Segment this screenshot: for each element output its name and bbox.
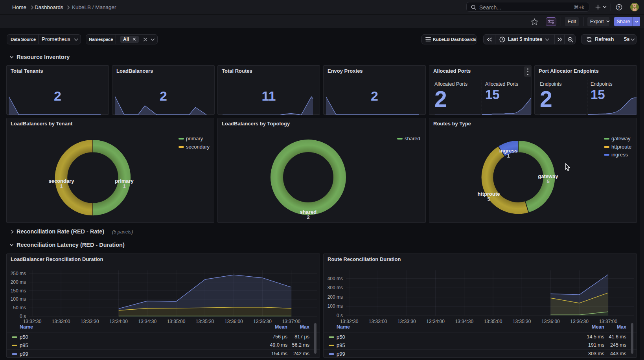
svg-text:150 ms: 150 ms [11,288,26,294]
svg-text:2: 2 [307,214,309,220]
svg-text:13:37:00: 13:37:00 [599,319,617,324]
svg-text:100 ms: 100 ms [328,303,343,309]
svg-text:13:33:30: 13:33:30 [397,319,416,324]
svg-text:50 ms: 50 ms [13,305,26,310]
svg-text:13:37:00: 13:37:00 [282,319,300,324]
svg-text:13:33:30: 13:33:30 [81,319,99,324]
svg-text:200 ms: 200 ms [11,279,26,285]
svg-text:13:36:00: 13:36:00 [224,319,243,324]
svg-text:13:33:00: 13:33:00 [369,319,387,324]
svg-text:13:35:30: 13:35:30 [513,319,531,324]
svg-text:13:34:00: 13:34:00 [426,319,445,324]
svg-text:5: 5 [546,178,549,184]
svg-text:13:32:30: 13:32:30 [23,319,42,324]
svg-text:13:36:00: 13:36:00 [541,319,560,324]
svg-text:1: 1 [507,153,510,159]
svg-text:13:36:30: 13:36:30 [253,319,272,324]
svg-text:13:34:30: 13:34:30 [455,319,473,324]
svg-text:13:34:30: 13:34:30 [138,319,156,324]
svg-text:13:32:30: 13:32:30 [340,319,359,324]
svg-text:13:34:00: 13:34:00 [109,319,128,324]
svg-text:13:35:00: 13:35:00 [167,319,186,324]
svg-text:0 s: 0 s [20,314,26,319]
svg-text:13:36:30: 13:36:30 [570,319,589,324]
svg-text:1: 1 [123,183,125,189]
svg-text:400 ms: 400 ms [328,276,343,281]
svg-text:250 ms: 250 ms [11,271,26,276]
svg-text:200 ms: 200 ms [328,294,343,300]
svg-text:0 s: 0 s [337,313,343,318]
svg-text:300 ms: 300 ms [328,285,343,290]
svg-text:13:35:30: 13:35:30 [196,319,214,324]
svg-text:13:33:00: 13:33:00 [52,319,70,324]
svg-text:1: 1 [60,183,63,189]
svg-text:13:35:00: 13:35:00 [484,319,502,324]
svg-text:?: ? [618,5,620,9]
svg-text:5: 5 [487,196,490,202]
svg-text:100 ms: 100 ms [11,296,26,302]
